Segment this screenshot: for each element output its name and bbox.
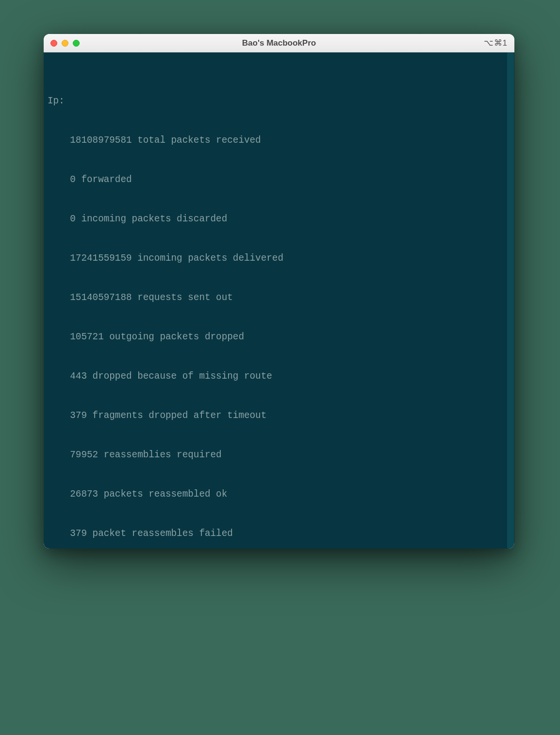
stat-line: 0 forwarded <box>48 173 511 186</box>
titlebar[interactable]: Bao's MacbookPro ⌥⌘1 <box>44 34 514 52</box>
stat-line: 17241559159 incoming packets delivered <box>48 252 511 265</box>
window-title: Bao's MacbookPro <box>44 38 514 48</box>
stat-line: 79952 reassemblies required <box>48 449 511 462</box>
section-header: Ip: <box>48 95 511 108</box>
minimize-icon[interactable] <box>62 40 68 47</box>
scrollbar[interactable] <box>507 52 514 549</box>
stat-line: 18108979581 total packets received <box>48 134 511 147</box>
window-shortcut: ⌥⌘1 <box>484 38 508 48</box>
stat-line: 15140597188 requests sent out <box>48 291 511 304</box>
stat-line: 26873 packets reassembled ok <box>48 488 511 501</box>
stat-line: 105721 outgoing packets dropped <box>48 331 511 344</box>
scrollbar-thumb[interactable] <box>507 52 514 549</box>
stat-line: 379 packet reassembles failed <box>48 527 511 540</box>
terminal-window: Bao's MacbookPro ⌥⌘1 Ip: 18108979581 tot… <box>44 34 514 549</box>
terminal-body[interactable]: Ip: 18108979581 total packets received 0… <box>44 52 514 549</box>
close-icon[interactable] <box>50 40 57 47</box>
stat-line: 0 incoming packets discarded <box>48 213 511 226</box>
stat-line: 443 dropped because of missing route <box>48 370 511 383</box>
stat-line: 379 fragments dropped after timeout <box>48 409 511 422</box>
window-controls <box>50 40 80 47</box>
zoom-icon[interactable] <box>73 40 80 47</box>
